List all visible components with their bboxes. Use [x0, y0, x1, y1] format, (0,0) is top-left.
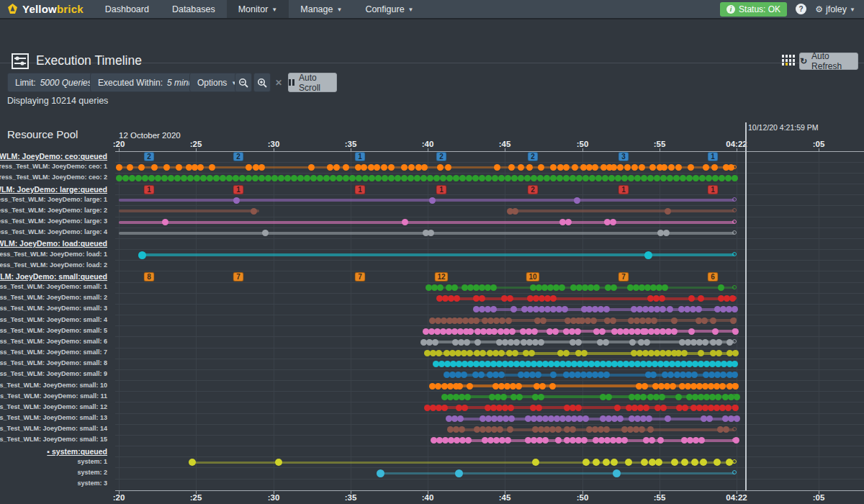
- query-dot[interactable]: [187, 175, 194, 181]
- query-dot[interactable]: [719, 383, 726, 390]
- query-dot[interactable]: [661, 164, 667, 171]
- query-dot[interactable]: [297, 175, 304, 181]
- query-duration-bar[interactable]: [119, 199, 734, 202]
- query-dot[interactable]: [582, 459, 590, 466]
- query-dot[interactable]: [537, 175, 544, 181]
- query-dot[interactable]: [408, 164, 415, 171]
- query-dot[interactable]: [275, 459, 282, 466]
- query-dot[interactable]: [226, 175, 233, 181]
- query-dot[interactable]: [570, 426, 576, 433]
- query-dot[interactable]: [421, 164, 428, 171]
- query-dot[interactable]: [455, 469, 463, 477]
- query-dot[interactable]: [127, 164, 133, 171]
- query-dot[interactable]: [570, 175, 576, 181]
- running-query-ring[interactable]: [732, 165, 737, 169]
- queued-group-label[interactable]: Stress_Test_WLM: JoeyDemo: ceo:queued: [0, 152, 107, 161]
- query-dot[interactable]: [613, 469, 621, 477]
- query-dot[interactable]: [532, 459, 539, 466]
- query-dot[interactable]: [581, 350, 588, 356]
- query-dot[interactable]: [494, 164, 500, 171]
- query-dot[interactable]: [590, 318, 597, 324]
- query-dot[interactable]: [725, 175, 732, 181]
- queued-count-badge[interactable]: 1: [355, 152, 366, 161]
- queued-count-badge[interactable]: 7: [233, 272, 244, 282]
- query-dot[interactable]: [499, 318, 505, 324]
- query-dot[interactable]: [135, 175, 142, 181]
- query-dot[interactable]: [446, 175, 453, 181]
- query-dot[interactable]: [538, 339, 544, 346]
- query-dot[interactable]: [181, 175, 187, 181]
- queued-count-badge[interactable]: 1: [708, 152, 719, 161]
- query-dot[interactable]: [436, 350, 442, 356]
- query-dot[interactable]: [625, 459, 632, 466]
- query-dot[interactable]: [691, 459, 698, 466]
- query-dot[interactable]: [291, 175, 297, 181]
- query-dot[interactable]: [251, 208, 257, 215]
- query-dot[interactable]: [361, 164, 367, 171]
- query-dot[interactable]: [356, 175, 362, 181]
- query-dot[interactable]: [330, 175, 336, 181]
- query-dot[interactable]: [435, 383, 441, 390]
- query-dot[interactable]: [542, 437, 549, 444]
- query-dot[interactable]: [507, 295, 513, 302]
- query-dot[interactable]: [174, 175, 181, 181]
- query-dot[interactable]: [647, 175, 654, 181]
- query-dot[interactable]: [617, 164, 624, 171]
- query-dot[interactable]: [369, 175, 375, 181]
- query-dot[interactable]: [649, 437, 655, 444]
- queued-count-badge[interactable]: 2: [144, 152, 155, 161]
- query-dot[interactable]: [151, 164, 158, 171]
- query-dot[interactable]: [712, 175, 719, 181]
- query-dot[interactable]: [595, 175, 602, 181]
- query-dot[interactable]: [659, 295, 665, 302]
- query-dot[interactable]: [624, 164, 631, 171]
- query-duration-bar[interactable]: [380, 472, 734, 474]
- query-dot[interactable]: [505, 318, 512, 324]
- query-dot[interactable]: [667, 372, 674, 378]
- query-dot[interactable]: [681, 459, 688, 466]
- query-dot[interactable]: [691, 372, 698, 378]
- query-dot[interactable]: [593, 459, 600, 466]
- query-dot[interactable]: [639, 426, 645, 433]
- query-dot[interactable]: [168, 175, 174, 181]
- query-dot[interactable]: [162, 219, 168, 225]
- queued-count-badge[interactable]: 7: [355, 272, 366, 282]
- query-dot[interactable]: [479, 175, 485, 181]
- query-dot[interactable]: [498, 372, 505, 378]
- running-query-ring[interactable]: [732, 427, 737, 431]
- query-dot[interactable]: [550, 295, 557, 302]
- running-query-ring[interactable]: [732, 318, 737, 322]
- query-dot[interactable]: [539, 383, 546, 390]
- running-query-ring[interactable]: [732, 416, 737, 420]
- query-dot[interactable]: [518, 175, 524, 181]
- query-dot[interactable]: [698, 295, 704, 302]
- query-dot[interactable]: [508, 164, 515, 171]
- query-dot[interactable]: [702, 339, 708, 346]
- query-dot[interactable]: [440, 175, 446, 181]
- query-dot[interactable]: [505, 175, 511, 181]
- queued-count-badge[interactable]: 8: [144, 272, 155, 282]
- query-dot[interactable]: [451, 284, 458, 291]
- query-dot[interactable]: [688, 328, 695, 335]
- queued-count-badge[interactable]: 1: [436, 185, 447, 194]
- query-dot[interactable]: [643, 405, 649, 411]
- query-dot[interactable]: [719, 175, 725, 181]
- query-dot[interactable]: [575, 339, 582, 346]
- query-dot[interactable]: [631, 164, 638, 171]
- query-duration-bar[interactable]: [119, 221, 734, 224]
- query-dot[interactable]: [603, 426, 610, 433]
- query-dot[interactable]: [659, 394, 665, 400]
- query-dot[interactable]: [453, 175, 459, 181]
- query-dot[interactable]: [660, 405, 667, 411]
- query-dot[interactable]: [716, 339, 722, 346]
- queued-count-badge[interactable]: 6: [708, 272, 719, 282]
- query-dot[interactable]: [603, 339, 609, 346]
- query-dot[interactable]: [610, 219, 616, 225]
- query-dot[interactable]: [490, 306, 497, 312]
- query-dot[interactable]: [497, 426, 503, 433]
- query-dot[interactable]: [457, 415, 464, 422]
- query-dot[interactable]: [611, 164, 617, 171]
- query-dot[interactable]: [511, 175, 518, 181]
- query-dot[interactable]: [599, 328, 606, 335]
- query-dot[interactable]: [538, 164, 544, 171]
